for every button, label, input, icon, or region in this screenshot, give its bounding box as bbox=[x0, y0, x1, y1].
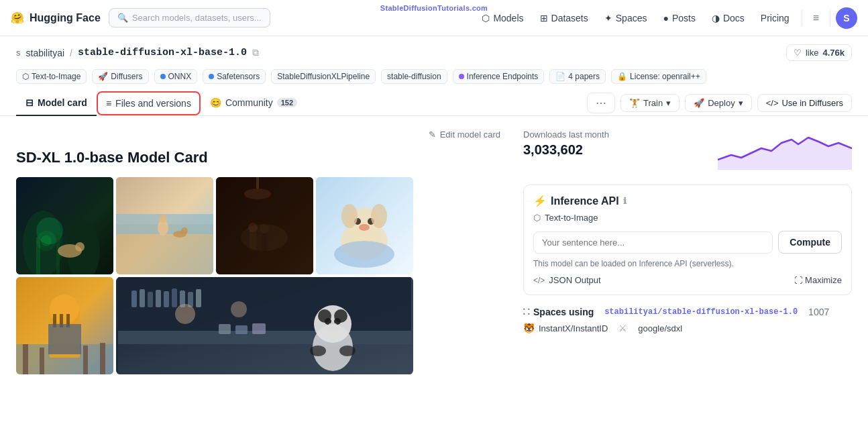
models-icon: ⬡ bbox=[482, 13, 490, 23]
right-column: Downloads last month 3,033,602 ⚡ Inferen… bbox=[523, 129, 852, 333]
spaces-dots-icon: ⸬ bbox=[523, 306, 529, 317]
safetensors-dot bbox=[209, 74, 214, 79]
svg-point-65 bbox=[310, 346, 326, 356]
image-3 bbox=[216, 177, 313, 274]
spaces-count: 1007 bbox=[808, 307, 829, 317]
tag-license[interactable]: 🔒 License: openrail++ bbox=[611, 69, 706, 84]
files-icon: ≡ bbox=[106, 98, 111, 109]
edit-icon: ✎ bbox=[429, 129, 436, 140]
nav-docs[interactable]: ◑ Docs bbox=[705, 9, 751, 28]
svg-rect-42 bbox=[23, 344, 28, 374]
tab-files-and-versions[interactable]: ≡ Files and versions bbox=[97, 91, 201, 115]
endpoints-dot bbox=[459, 74, 464, 79]
space-item-google-sdxl[interactable]: google/sdxl bbox=[638, 323, 682, 333]
spaces-icon: ✦ bbox=[604, 13, 612, 23]
tag-stable-diffusion[interactable]: stable-diffusion bbox=[381, 69, 447, 84]
model-owner-link[interactable]: stabilityai bbox=[26, 48, 65, 58]
logo-text: Hugging Face bbox=[30, 12, 101, 24]
tags-row: ⬡ Text-to-Image 🚀 Diffusers ONNX Safeten… bbox=[0, 66, 868, 91]
community-badge: 152 bbox=[277, 98, 297, 107]
compute-button[interactable]: Compute bbox=[778, 231, 842, 254]
tag-text-to-image[interactable]: ⬡ Text-to-Image bbox=[16, 69, 87, 84]
like-count: 4.76k bbox=[822, 48, 845, 58]
top-nav: 🤗 Hugging Face 🔍 Search models, datasets… bbox=[0, 0, 868, 36]
inference-note: This model can be loaded on Inference AP… bbox=[533, 259, 842, 268]
tag-inference-endpoints[interactable]: Inference Endpoints bbox=[453, 69, 545, 84]
svg-rect-50 bbox=[148, 292, 153, 307]
svg-point-31 bbox=[341, 204, 358, 228]
svg-rect-41 bbox=[48, 324, 81, 354]
model-name: stable-diffusion-xl-base-1.0 bbox=[78, 47, 247, 58]
left-column: ✎ Edit model card SD-XL 1.0-base Model C… bbox=[16, 129, 523, 374]
svg-rect-53 bbox=[172, 288, 177, 307]
like-label: like bbox=[806, 48, 819, 58]
svg-rect-45 bbox=[100, 343, 105, 374]
tag-pipeline[interactable]: StableDiffusionXLPipeline bbox=[271, 69, 376, 84]
nav-spaces[interactable]: ✦ Spaces bbox=[598, 9, 654, 28]
image-5 bbox=[16, 277, 113, 374]
tabs-bar: ⊟ Model card ≡ Files and versions 😊 Comm… bbox=[0, 91, 868, 116]
nav-divider bbox=[802, 10, 802, 26]
search-placeholder-text: Search models, datasets, users... bbox=[132, 13, 262, 23]
instantid-label: InstantX/InstantID bbox=[539, 323, 608, 333]
svg-point-24 bbox=[241, 224, 288, 251]
svg-point-71 bbox=[231, 301, 247, 317]
nav-posts[interactable]: ● Posts bbox=[656, 9, 702, 28]
downloads-section: Downloads last month 3,033,602 bbox=[523, 129, 609, 158]
svg-rect-51 bbox=[156, 290, 161, 307]
diffusers-icon: 🚀 bbox=[98, 72, 108, 81]
svg-rect-69 bbox=[252, 323, 266, 334]
deploy-button[interactable]: 🚀 Deploy ▾ bbox=[685, 94, 751, 112]
like-button[interactable]: ♡ like 4.76k bbox=[786, 44, 852, 61]
tab-community[interactable]: 😊 Community 152 bbox=[201, 91, 307, 116]
svg-point-33 bbox=[334, 241, 394, 268]
tag-onnx[interactable]: ONNX bbox=[154, 69, 198, 84]
tag-safetensors[interactable]: Safetensors bbox=[203, 69, 266, 84]
copy-icon[interactable]: ⧉ bbox=[252, 47, 259, 58]
train-button[interactable]: 🏋 Train ▾ bbox=[620, 94, 680, 112]
svg-rect-44 bbox=[83, 346, 88, 374]
inference-api-section: ⚡ Inference API ℹ ⬡ Text-to-Image Comput… bbox=[523, 184, 852, 295]
inference-text-input[interactable] bbox=[533, 231, 773, 254]
docs-icon: ◑ bbox=[712, 13, 720, 23]
maximize-link[interactable]: ⛶ Maximize bbox=[794, 275, 842, 285]
edit-model-card-link[interactable]: ✎ Edit model card bbox=[16, 129, 500, 140]
svg-point-32 bbox=[371, 204, 387, 228]
downloads-chart bbox=[718, 129, 852, 170]
nav-more-button[interactable]: ≡ bbox=[808, 8, 824, 28]
path-slash: / bbox=[70, 48, 72, 58]
community-icon: 😊 bbox=[210, 97, 221, 108]
nav-pricing[interactable]: Pricing bbox=[754, 9, 796, 28]
svg-rect-67 bbox=[219, 324, 231, 334]
site-logo[interactable]: 🤗 Hugging Face bbox=[11, 11, 101, 24]
deploy-icon: 🚀 bbox=[694, 98, 704, 108]
svg-point-16 bbox=[181, 227, 188, 234]
space-item-instantid[interactable]: 🐯 InstantX/InstantID bbox=[523, 323, 608, 333]
user-avatar[interactable]: S bbox=[836, 7, 857, 29]
more-options-icon: ⋯ bbox=[596, 97, 606, 109]
spaces-title: ⸬ Spaces using stabilityai/stable-diffus… bbox=[523, 306, 852, 317]
use-in-diffusers-button[interactable]: </> Use in Diffusers bbox=[757, 94, 852, 112]
tag-papers[interactable]: 📄 4 papers bbox=[549, 69, 606, 84]
image-6 bbox=[116, 277, 413, 374]
more-options-button[interactable]: ⋯ bbox=[587, 93, 615, 113]
search-bar[interactable]: 🔍 Search models, datasets, users... bbox=[109, 8, 270, 28]
logo-emoji: 🤗 bbox=[11, 11, 24, 24]
deploy-chevron-icon: ▾ bbox=[739, 98, 743, 108]
svg-rect-47 bbox=[118, 277, 411, 331]
svg-point-9 bbox=[75, 242, 85, 252]
nav-datasets[interactable]: ⊞ Datasets bbox=[533, 9, 595, 28]
svg-point-66 bbox=[339, 346, 356, 356]
svg-point-19 bbox=[244, 189, 271, 199]
posts-icon: ● bbox=[663, 13, 668, 23]
nav-divider-2 bbox=[830, 10, 830, 26]
svg-point-70 bbox=[175, 304, 195, 324]
google-sdxl-label: google/sdxl bbox=[638, 323, 682, 333]
downloads-count: 3,033,602 bbox=[523, 142, 609, 158]
info-icon[interactable]: ℹ bbox=[623, 196, 627, 206]
image-2 bbox=[116, 177, 213, 274]
tab-model-card[interactable]: ⊟ Model card bbox=[16, 91, 97, 116]
tag-diffusers[interactable]: 🚀 Diffusers bbox=[92, 69, 148, 84]
search-icon: 🔍 bbox=[117, 13, 128, 23]
spaces-section: ⸬ Spaces using stabilityai/stable-diffus… bbox=[523, 306, 852, 333]
